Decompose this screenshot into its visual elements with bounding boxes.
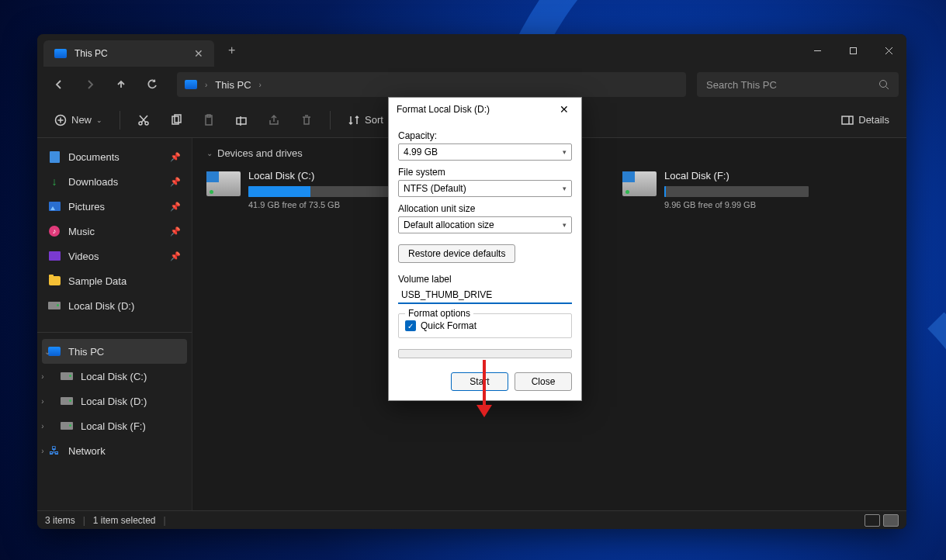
copy-button[interactable] bbox=[162, 108, 190, 133]
chevron-right-icon[interactable]: › bbox=[37, 422, 48, 430]
chevron-right-icon[interactable]: › bbox=[37, 447, 48, 455]
capacity-label: Capacity: bbox=[398, 130, 572, 141]
chevron-down-icon[interactable]: ⌄ bbox=[42, 347, 53, 356]
drive-icon bbox=[61, 372, 73, 380]
allocation-select[interactable]: Default allocation size▾ bbox=[398, 216, 572, 233]
trash-icon bbox=[300, 114, 313, 126]
back-button[interactable] bbox=[45, 71, 73, 99]
search-icon bbox=[878, 79, 889, 90]
cut-button[interactable] bbox=[130, 108, 158, 133]
status-item-count: 3 items bbox=[45, 515, 75, 526]
drive-icon bbox=[622, 171, 657, 196]
dialog-title: Format Local Disk (D:) bbox=[397, 104, 555, 115]
maximize-button[interactable] bbox=[835, 34, 871, 67]
details-icon bbox=[841, 114, 854, 126]
paste-button[interactable] bbox=[195, 108, 223, 133]
chevron-down-icon: ⌄ bbox=[96, 116, 102, 124]
drive-icon bbox=[61, 397, 73, 405]
sidebar: Documents📌 ↓Downloads📌 Pictures📌 ♪Music📌… bbox=[37, 138, 192, 510]
checkbox-checked-icon: ✓ bbox=[405, 320, 416, 331]
forward-button[interactable] bbox=[76, 71, 104, 99]
svg-rect-17 bbox=[237, 118, 246, 124]
pin-icon: 📌 bbox=[170, 202, 181, 212]
close-tab-icon[interactable]: ✕ bbox=[194, 47, 203, 60]
chevron-right-icon[interactable]: › bbox=[37, 397, 48, 406]
paste-icon bbox=[203, 114, 215, 126]
download-icon: ↓ bbox=[48, 175, 61, 188]
rename-icon bbox=[235, 114, 248, 126]
sidebar-item-pictures[interactable]: Pictures📌 bbox=[37, 194, 192, 219]
close-window-button[interactable] bbox=[871, 34, 906, 67]
details-pane-button[interactable]: Details bbox=[833, 108, 897, 133]
cut-icon bbox=[137, 114, 150, 126]
format-progress-bar bbox=[398, 349, 572, 358]
active-tab[interactable]: This PC ✕ bbox=[43, 40, 214, 67]
drive-icon bbox=[48, 302, 61, 309]
drive-local-disk-f[interactable]: Local Disk (F:) 9.96 GB free of 9.99 GB bbox=[622, 170, 809, 209]
sort-icon bbox=[348, 114, 360, 126]
search-placeholder: Search This PC bbox=[706, 79, 878, 91]
search-input[interactable]: Search This PC bbox=[697, 72, 899, 97]
chevron-right-icon: › bbox=[259, 81, 262, 89]
sidebar-item-local-disk-c[interactable]: ›Local Disk (C:) bbox=[37, 364, 192, 389]
copy-icon bbox=[170, 114, 182, 126]
plus-circle-icon bbox=[54, 114, 67, 126]
chevron-down-icon: ▾ bbox=[563, 148, 567, 156]
this-pc-icon bbox=[54, 49, 67, 58]
filesystem-label: File system bbox=[398, 167, 572, 178]
up-button[interactable] bbox=[107, 71, 135, 99]
sidebar-item-videos[interactable]: Videos📌 bbox=[37, 244, 192, 268]
format-dialog: Format Local Disk (D:) ✕ Capacity: 4.99 … bbox=[388, 97, 582, 401]
svg-rect-1 bbox=[850, 47, 856, 54]
restore-defaults-button[interactable]: Restore device defaults bbox=[398, 244, 515, 263]
sidebar-item-documents[interactable]: Documents📌 bbox=[37, 144, 192, 169]
dialog-close-button[interactable]: ✕ bbox=[555, 100, 573, 119]
share-button[interactable] bbox=[260, 108, 288, 133]
new-tab-button[interactable]: + bbox=[228, 43, 235, 57]
close-button[interactable]: Close bbox=[515, 372, 572, 391]
chevron-down-icon: ▾ bbox=[563, 221, 567, 229]
sidebar-item-network[interactable]: ›🖧Network bbox=[37, 438, 192, 463]
minimize-button[interactable] bbox=[799, 34, 835, 67]
sidebar-item-music[interactable]: ♪Music📌 bbox=[37, 219, 192, 244]
sidebar-item-local-disk-f[interactable]: ›Local Disk (F:) bbox=[37, 413, 192, 438]
svg-point-4 bbox=[880, 81, 887, 88]
volume-label-label: Volume label bbox=[398, 274, 572, 285]
list-view-button[interactable] bbox=[865, 514, 880, 527]
drive-icon bbox=[61, 422, 73, 430]
sidebar-item-local-disk-d-tree[interactable]: ›Local Disk (D:) bbox=[37, 389, 192, 413]
chevron-right-icon[interactable]: › bbox=[37, 372, 48, 381]
titlebar: This PC ✕ + bbox=[37, 34, 906, 67]
allocation-label: Allocation unit size bbox=[398, 203, 572, 214]
breadcrumb-this-pc[interactable]: This PC bbox=[215, 79, 251, 91]
pictures-icon bbox=[49, 202, 61, 211]
sidebar-item-local-disk-d[interactable]: Local Disk (D:) bbox=[37, 293, 192, 318]
document-icon bbox=[50, 151, 60, 163]
filesystem-select[interactable]: NTFS (Default)▾ bbox=[398, 180, 572, 197]
quick-format-checkbox[interactable]: ✓ Quick Format bbox=[405, 320, 565, 331]
sidebar-item-sample-data[interactable]: Sample Data bbox=[37, 268, 192, 293]
sort-button[interactable]: Sort bbox=[340, 108, 391, 133]
chevron-down-icon: ⌄ bbox=[206, 149, 213, 157]
drive-local-disk-c[interactable]: Local Disk (C:) 41.9 GB free of 73.5 GB bbox=[206, 170, 393, 209]
rename-button[interactable] bbox=[227, 108, 255, 133]
grid-view-button[interactable] bbox=[883, 514, 899, 527]
folder-icon bbox=[49, 276, 61, 285]
dialog-titlebar: Format Local Disk (D:) ✕ bbox=[389, 98, 581, 121]
new-button[interactable]: New ⌄ bbox=[47, 108, 110, 133]
delete-button[interactable] bbox=[293, 108, 321, 133]
pin-icon: 📌 bbox=[170, 177, 181, 187]
network-icon: 🖧 bbox=[48, 444, 61, 457]
volume-label-input[interactable] bbox=[398, 287, 572, 304]
svg-rect-19 bbox=[842, 116, 853, 124]
sidebar-item-this-pc[interactable]: ⌄This PC bbox=[42, 339, 187, 364]
drive-icon bbox=[206, 171, 241, 196]
sidebar-item-downloads[interactable]: ↓Downloads📌 bbox=[37, 169, 192, 194]
capacity-select[interactable]: 4.99 GB▾ bbox=[398, 143, 572, 161]
refresh-button[interactable] bbox=[138, 71, 166, 99]
format-options-legend: Format options bbox=[405, 308, 473, 319]
pin-icon: 📌 bbox=[170, 226, 181, 237]
start-button[interactable]: Start bbox=[451, 372, 508, 391]
address-bar[interactable]: › This PC › bbox=[177, 72, 686, 97]
music-icon: ♪ bbox=[49, 226, 60, 237]
